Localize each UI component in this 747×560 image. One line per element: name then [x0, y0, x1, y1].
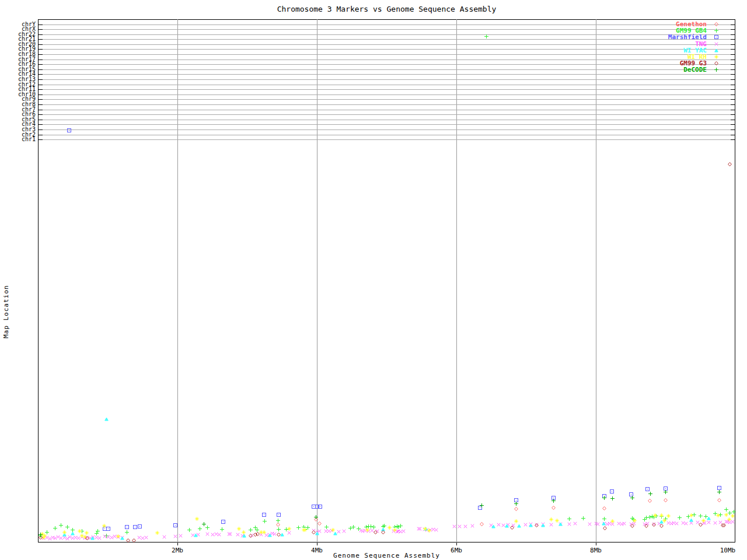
marker-wi-yac — [268, 533, 272, 537]
x-tick — [317, 542, 317, 545]
chromosome-tick-right — [731, 114, 735, 115]
marker-tng — [342, 529, 346, 533]
x-tick — [177, 542, 178, 545]
marker-tng — [713, 521, 717, 525]
marker-marshfield — [138, 524, 142, 528]
marker-genethon — [276, 523, 280, 527]
marker-wi-yac — [71, 531, 75, 536]
marker-wi-yac — [541, 523, 545, 527]
marker-genethon — [551, 506, 556, 510]
marker-gm99-g3 — [249, 534, 253, 538]
chromosome-line — [38, 94, 735, 95]
legend-item-label: TNG — [695, 41, 707, 47]
chromosome-line — [38, 64, 735, 65]
marker-wi-rh — [662, 519, 666, 523]
marker-gm99-g3 — [132, 538, 136, 542]
marker-wi-yac — [517, 524, 521, 528]
marker-tng — [179, 534, 183, 538]
marker-wi-yac — [689, 518, 693, 522]
marker-gm99-g3 — [603, 526, 607, 530]
chromosome-tick-left — [38, 114, 43, 115]
marker-wi-rh — [689, 513, 693, 517]
marker-wi-yac — [505, 524, 509, 528]
marker-tng — [173, 534, 177, 538]
marker-gm99-g3 — [659, 524, 664, 528]
marker-gm99-gb4 — [198, 527, 202, 531]
marker-genethon — [514, 507, 518, 511]
marker-tng — [684, 522, 688, 526]
marker-gm99-gb4 — [249, 528, 253, 532]
marker-genethon — [664, 498, 668, 502]
marker-wi-rh — [242, 530, 246, 534]
chromosome-tick-right — [731, 74, 735, 75]
chromosome-tick-right — [731, 135, 735, 135]
chromosome-tick-right — [731, 24, 735, 25]
chromosome-tick-left — [38, 64, 43, 65]
marker-tng — [588, 522, 592, 526]
marker-gm99-gb4 — [351, 525, 355, 529]
marker-tng — [337, 530, 341, 534]
legend-item: TNG — [633, 41, 721, 47]
chromosome-tick-right — [731, 44, 735, 45]
chromosome-tick-right — [731, 54, 735, 55]
x-tick — [596, 542, 596, 545]
marker-gm99-gb4 — [187, 528, 191, 532]
marker-gm99-gb4 — [296, 526, 301, 530]
marker-gm99-gb4 — [125, 530, 129, 534]
legend-item-label: DeCODE — [683, 66, 707, 73]
y-axis-label: Map Location — [2, 222, 10, 338]
marker-tng — [205, 532, 210, 536]
chromosome-tick-left — [38, 99, 43, 100]
marker-wi-rh — [116, 534, 120, 538]
gridline — [596, 19, 596, 542]
chromosome-label: chr1 — [0, 136, 36, 142]
marker-marshfield — [610, 489, 614, 494]
marker-gm99-gb4 — [581, 516, 585, 520]
legend-item: WI RH — [633, 54, 721, 60]
chromosome-line — [38, 135, 735, 135]
marker-tng — [402, 529, 406, 533]
marker-decode — [717, 490, 721, 494]
chromosome-tick-left — [38, 130, 43, 130]
marker-tng — [470, 524, 474, 528]
marker-gm99-gb4 — [484, 34, 488, 38]
chromosome-tick-left — [38, 104, 43, 105]
marker-wi-rh — [659, 513, 664, 517]
marker-gm99-g3 — [652, 523, 656, 527]
marker-marshfield — [106, 527, 110, 531]
marker-gm99-gb4 — [96, 529, 100, 533]
chart-title: Chromosome 3 Markers vs Genome Sequence … — [0, 5, 747, 13]
marker-wi-rh — [423, 527, 427, 531]
marker-tng — [434, 528, 438, 532]
marker-wi-yac — [194, 533, 198, 537]
plot-area — [38, 19, 735, 542]
marker-marshfield — [277, 513, 281, 517]
chromosome-tick-left — [38, 34, 43, 35]
chromosome-tick-left — [38, 139, 43, 140]
chromosome-tick-left — [38, 69, 43, 70]
marker-tng — [463, 524, 467, 528]
marker-decode — [202, 522, 206, 526]
marker-marshfield — [645, 487, 650, 491]
chromosome-tick-right — [731, 124, 735, 125]
chromosome-line — [38, 60, 735, 60]
marker-wi-yac — [602, 522, 606, 526]
chromosome-tick-left — [38, 89, 43, 90]
marker-tng — [675, 522, 679, 526]
marker-marshfield — [221, 520, 225, 524]
chromosome-line — [38, 49, 735, 50]
chromosome-line — [38, 69, 735, 70]
triangle-icon — [714, 48, 718, 52]
marker-tng — [97, 536, 102, 540]
marker-tng — [567, 522, 571, 526]
marker-gm99-gb4 — [53, 526, 57, 530]
chromosome-line — [38, 104, 735, 105]
marker-tng — [731, 520, 735, 524]
marker-gm99-gb4 — [732, 510, 736, 514]
marker-marshfield — [173, 523, 177, 527]
marker-gm99-gb4 — [602, 517, 606, 521]
marker-wi-rh — [365, 528, 369, 532]
chromosome-line — [38, 34, 735, 35]
chromosome-tick-left — [38, 54, 43, 55]
marker-gm99-g3 — [630, 524, 634, 528]
